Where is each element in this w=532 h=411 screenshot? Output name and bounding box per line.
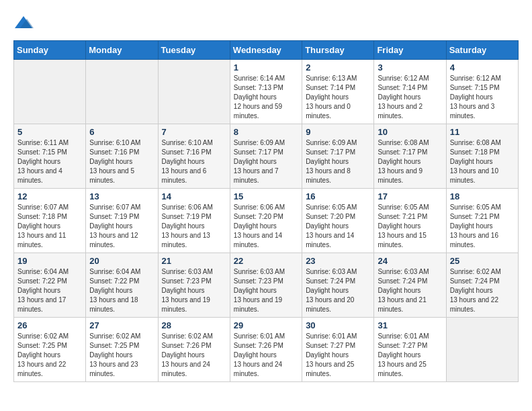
day-info: Sunrise: 6:03 AMSunset: 7:23 PMDaylight … — [234, 268, 285, 313]
day-number: 8 — [234, 127, 298, 137]
day-info: Sunrise: 6:07 AMSunset: 7:19 PMDaylight … — [89, 203, 140, 248]
calendar-cell: 23 Sunrise: 6:03 AMSunset: 7:24 PMDaylig… — [302, 253, 374, 318]
day-number: 11 — [450, 127, 515, 137]
day-number: 14 — [162, 191, 226, 201]
day-info: Sunrise: 6:04 AMSunset: 7:22 PMDaylight … — [17, 268, 69, 313]
calendar-cell: 17 Sunrise: 6:05 AMSunset: 7:21 PMDaylig… — [374, 189, 446, 253]
day-info: Sunrise: 6:06 AMSunset: 7:20 PMDaylight … — [234, 203, 285, 248]
day-number: 27 — [89, 320, 154, 330]
logo-icon — [13, 13, 34, 34]
day-number: 19 — [17, 256, 82, 266]
calendar-cell — [86, 60, 158, 124]
day-number: 2 — [306, 62, 370, 73]
day-info: Sunrise: 6:09 AMSunset: 7:17 PMDaylight … — [234, 139, 285, 184]
day-number: 4 — [450, 62, 515, 73]
day-info: Sunrise: 6:07 AMSunset: 7:18 PMDaylight … — [17, 203, 69, 248]
day-number: 1 — [234, 62, 298, 73]
calendar-cell: 22 Sunrise: 6:03 AMSunset: 7:23 PMDaylig… — [230, 253, 302, 318]
day-number: 13 — [89, 191, 154, 201]
calendar-cell: 2 Sunrise: 6:13 AMSunset: 7:14 PMDayligh… — [302, 60, 374, 124]
calendar-week-row: 5 Sunrise: 6:11 AMSunset: 7:15 PMDayligh… — [14, 124, 519, 189]
day-number: 10 — [378, 127, 442, 137]
calendar-cell: 30 Sunrise: 6:01 AMSunset: 7:27 PMDaylig… — [302, 318, 374, 382]
calendar-week-row: 19 Sunrise: 6:04 AMSunset: 7:22 PMDaylig… — [14, 253, 519, 318]
day-number: 24 — [378, 256, 442, 266]
day-info: Sunrise: 6:03 AMSunset: 7:24 PMDaylight … — [306, 268, 357, 313]
day-number: 30 — [306, 320, 370, 330]
day-number: 18 — [450, 191, 515, 201]
day-number: 21 — [162, 256, 226, 266]
calendar-cell: 15 Sunrise: 6:06 AMSunset: 7:20 PMDaylig… — [230, 189, 302, 253]
day-info: Sunrise: 6:10 AMSunset: 7:16 PMDaylight … — [162, 139, 213, 184]
day-info: Sunrise: 6:13 AMSunset: 7:14 PMDaylight … — [306, 75, 357, 120]
day-info: Sunrise: 6:05 AMSunset: 7:21 PMDaylight … — [378, 203, 429, 248]
calendar-cell: 25 Sunrise: 6:02 AMSunset: 7:24 PMDaylig… — [446, 253, 518, 318]
day-info: Sunrise: 6:05 AMSunset: 7:21 PMDaylight … — [450, 203, 501, 248]
calendar-cell: 27 Sunrise: 6:02 AMSunset: 7:25 PMDaylig… — [86, 318, 158, 382]
day-number: 22 — [234, 256, 298, 266]
calendar-cell: 4 Sunrise: 6:12 AMSunset: 7:15 PMDayligh… — [446, 60, 518, 124]
weekday-header: Sunday — [14, 41, 86, 60]
day-info: Sunrise: 6:06 AMSunset: 7:19 PMDaylight … — [162, 203, 213, 248]
calendar-cell: 29 Sunrise: 6:01 AMSunset: 7:26 PMDaylig… — [230, 318, 302, 382]
calendar-cell: 12 Sunrise: 6:07 AMSunset: 7:18 PMDaylig… — [14, 189, 86, 253]
calendar-cell — [158, 60, 230, 124]
calendar-week-row: 26 Sunrise: 6:02 AMSunset: 7:25 PMDaylig… — [14, 318, 519, 382]
calendar-cell: 13 Sunrise: 6:07 AMSunset: 7:19 PMDaylig… — [86, 189, 158, 253]
calendar-cell: 10 Sunrise: 6:08 AMSunset: 7:17 PMDaylig… — [374, 124, 446, 189]
calendar-cell: 16 Sunrise: 6:05 AMSunset: 7:20 PMDaylig… — [302, 189, 374, 253]
day-info: Sunrise: 6:09 AMSunset: 7:17 PMDaylight … — [306, 139, 357, 184]
day-number: 9 — [306, 127, 370, 137]
weekday-header: Tuesday — [158, 41, 230, 60]
weekday-header: Monday — [86, 41, 158, 60]
calendar-cell — [446, 318, 518, 382]
day-info: Sunrise: 6:02 AMSunset: 7:25 PMDaylight … — [17, 332, 69, 377]
day-info: Sunrise: 6:08 AMSunset: 7:18 PMDaylight … — [450, 139, 501, 184]
day-info: Sunrise: 6:05 AMSunset: 7:20 PMDaylight … — [306, 203, 357, 248]
calendar-cell: 8 Sunrise: 6:09 AMSunset: 7:17 PMDayligh… — [230, 124, 302, 189]
day-number: 20 — [89, 256, 154, 266]
day-number: 28 — [162, 320, 226, 330]
calendar-cell: 7 Sunrise: 6:10 AMSunset: 7:16 PMDayligh… — [158, 124, 230, 189]
calendar-cell: 5 Sunrise: 6:11 AMSunset: 7:15 PMDayligh… — [14, 124, 86, 189]
day-number: 6 — [89, 127, 154, 137]
day-number: 23 — [306, 256, 370, 266]
calendar-cell: 20 Sunrise: 6:04 AMSunset: 7:22 PMDaylig… — [86, 253, 158, 318]
page-header — [13, 13, 519, 34]
logo — [13, 13, 34, 34]
weekday-header: Saturday — [446, 41, 518, 60]
day-number: 16 — [306, 191, 370, 201]
calendar-table: SundayMondayTuesdayWednesdayThursdayFrid… — [13, 40, 519, 382]
day-info: Sunrise: 6:02 AMSunset: 7:26 PMDaylight … — [162, 332, 213, 377]
calendar-cell: 9 Sunrise: 6:09 AMSunset: 7:17 PMDayligh… — [302, 124, 374, 189]
calendar-cell: 11 Sunrise: 6:08 AMSunset: 7:18 PMDaylig… — [446, 124, 518, 189]
day-info: Sunrise: 6:11 AMSunset: 7:15 PMDaylight … — [17, 139, 69, 184]
day-info: Sunrise: 6:01 AMSunset: 7:27 PMDaylight … — [306, 332, 357, 377]
weekday-header-row: SundayMondayTuesdayWednesdayThursdayFrid… — [14, 41, 519, 60]
day-info: Sunrise: 6:12 AMSunset: 7:14 PMDaylight … — [378, 75, 429, 120]
day-number: 31 — [378, 320, 442, 330]
calendar-cell: 3 Sunrise: 6:12 AMSunset: 7:14 PMDayligh… — [374, 60, 446, 124]
day-number: 17 — [378, 191, 442, 201]
day-info: Sunrise: 6:14 AMSunset: 7:13 PMDaylight … — [234, 75, 285, 120]
day-info: Sunrise: 6:04 AMSunset: 7:22 PMDaylight … — [89, 268, 140, 313]
day-info: Sunrise: 6:12 AMSunset: 7:15 PMDaylight … — [450, 75, 501, 120]
calendar-cell: 1 Sunrise: 6:14 AMSunset: 7:13 PMDayligh… — [230, 60, 302, 124]
weekday-header: Friday — [374, 41, 446, 60]
calendar-cell: 19 Sunrise: 6:04 AMSunset: 7:22 PMDaylig… — [14, 253, 86, 318]
calendar-cell: 14 Sunrise: 6:06 AMSunset: 7:19 PMDaylig… — [158, 189, 230, 253]
calendar-cell: 28 Sunrise: 6:02 AMSunset: 7:26 PMDaylig… — [158, 318, 230, 382]
day-info: Sunrise: 6:03 AMSunset: 7:23 PMDaylight … — [162, 268, 213, 313]
day-number: 3 — [378, 62, 442, 73]
day-info: Sunrise: 6:02 AMSunset: 7:24 PMDaylight … — [450, 268, 501, 313]
calendar-cell: 18 Sunrise: 6:05 AMSunset: 7:21 PMDaylig… — [446, 189, 518, 253]
day-number: 12 — [17, 191, 82, 201]
day-info: Sunrise: 6:01 AMSunset: 7:27 PMDaylight … — [378, 332, 429, 377]
calendar-week-row: 1 Sunrise: 6:14 AMSunset: 7:13 PMDayligh… — [14, 60, 519, 124]
calendar-cell: 26 Sunrise: 6:02 AMSunset: 7:25 PMDaylig… — [14, 318, 86, 382]
day-info: Sunrise: 6:10 AMSunset: 7:16 PMDaylight … — [89, 139, 140, 184]
day-number: 7 — [162, 127, 226, 137]
calendar-cell: 31 Sunrise: 6:01 AMSunset: 7:27 PMDaylig… — [374, 318, 446, 382]
day-number: 29 — [234, 320, 298, 330]
calendar-cell — [14, 60, 86, 124]
